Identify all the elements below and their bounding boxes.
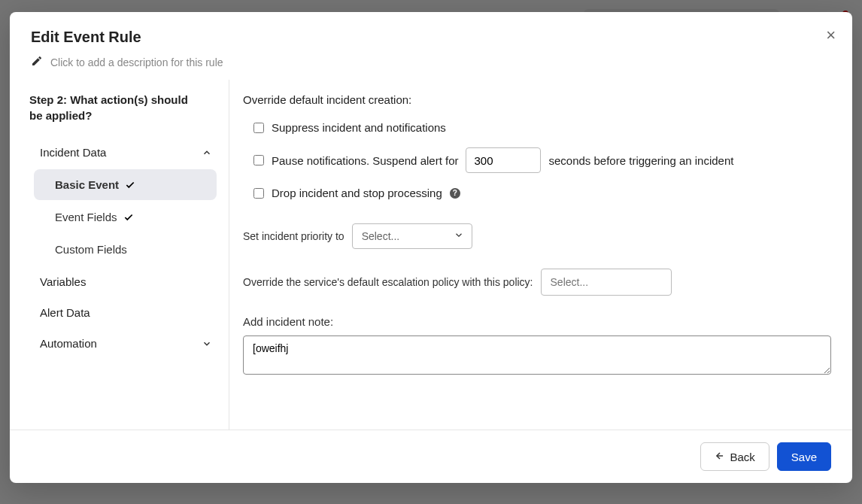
note-label: Add incident note:	[243, 315, 831, 328]
description-row[interactable]: Click to add a description for this rule	[10, 52, 852, 80]
sidebar-group-automation[interactable]: Automation	[29, 328, 221, 359]
sidebar-group-label: Alert Data	[40, 306, 90, 319]
priority-placeholder: Select...	[362, 230, 400, 242]
pause-checkbox[interactable]	[253, 155, 264, 165]
priority-select[interactable]: Select...	[352, 223, 472, 249]
override-creation-label: Override default incident creation:	[243, 93, 831, 106]
drop-checkbox[interactable]	[253, 188, 264, 199]
chevron-down-icon	[454, 230, 464, 243]
check-icon	[123, 212, 134, 223]
sidebar-group-label: Variables	[40, 275, 86, 288]
sidebar-item-label: Custom Fields	[55, 243, 127, 256]
policy-select[interactable]	[541, 269, 672, 296]
close-button[interactable]: ×	[826, 26, 836, 45]
edit-event-rule-modal: Edit Event Rule × Click to add a descrip…	[10, 12, 852, 483]
sidebar-group-alert-data[interactable]: Alert Data	[29, 297, 221, 328]
back-label: Back	[730, 451, 754, 463]
step-title: Step 2: What action(s) should be applied…	[29, 92, 202, 123]
sidebar-item-basic-event[interactable]: Basic Event	[34, 169, 217, 200]
sidebar-group-label: Incident Data	[40, 146, 106, 159]
save-label: Save	[791, 451, 817, 463]
chevron-up-icon	[202, 147, 212, 158]
check-icon	[125, 180, 135, 190]
save-button[interactable]: Save	[777, 442, 831, 471]
modal-overlay: Edit Event Rule × Click to add a descrip…	[0, 0, 862, 504]
arrow-left-icon	[715, 451, 725, 463]
modal-title: Edit Event Rule	[31, 29, 831, 46]
drop-label: Drop incident and stop processing	[272, 187, 442, 199]
chevron-down-icon	[202, 339, 212, 349]
sidebar-item-label: Basic Event	[55, 178, 119, 191]
back-button[interactable]: Back	[700, 442, 769, 471]
pause-seconds-input[interactable]	[466, 147, 541, 173]
priority-label: Set incident priority to	[243, 230, 344, 242]
description-placeholder: Click to add a description for this rule	[50, 56, 223, 68]
sidebar-group-variables[interactable]: Variables	[29, 266, 221, 297]
sidebar-item-event-fields[interactable]: Event Fields	[34, 202, 217, 232]
sidebar: Step 2: What action(s) should be applied…	[10, 80, 229, 430]
policy-label: Override the service's default escalatio…	[243, 276, 533, 288]
pause-suffix-label: seconds before triggering an incident	[548, 154, 733, 167]
pencil-icon	[31, 55, 43, 69]
pause-prefix-label: Pause notifications. Suspend alert for	[272, 154, 458, 167]
sidebar-item-custom-fields[interactable]: Custom Fields	[34, 234, 217, 265]
sidebar-group-incident-data[interactable]: Incident Data	[29, 137, 221, 168]
suppress-checkbox[interactable]	[253, 123, 264, 133]
sidebar-group-label: Automation	[40, 337, 97, 350]
suppress-label: Suppress incident and notifications	[272, 121, 446, 134]
main-panel: Override default incident creation: Supp…	[229, 80, 852, 430]
sidebar-item-label: Event Fields	[55, 211, 117, 223]
help-icon[interactable]: ?	[450, 188, 460, 199]
incident-note-textarea[interactable]	[243, 335, 831, 375]
